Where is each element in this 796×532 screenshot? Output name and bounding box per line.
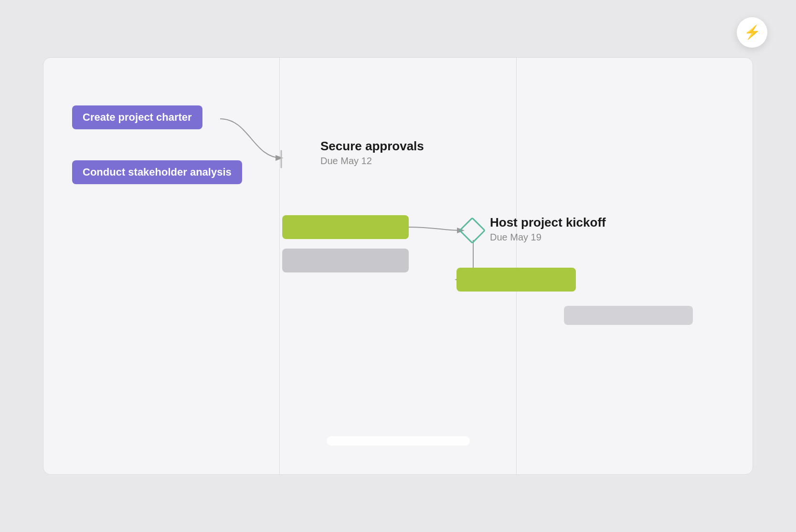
task-gray-bar-2[interactable] bbox=[564, 306, 693, 325]
task-create-charter[interactable]: Create project charter bbox=[72, 105, 202, 129]
connector-bar-to-milestone bbox=[409, 227, 463, 230]
task-green-bar-2[interactable] bbox=[456, 268, 576, 292]
lightning-button[interactable]: ⚡ bbox=[737, 17, 767, 48]
gantt-content: Create project charter Conduct stakehold… bbox=[43, 58, 753, 474]
host-kickoff-due: Due May 19 bbox=[490, 232, 606, 243]
task-gray-bar-1[interactable] bbox=[282, 249, 409, 272]
secure-approvals-title: Secure approvals bbox=[320, 139, 424, 154]
scroll-bar-indicator[interactable] bbox=[327, 436, 470, 446]
task-info-host-kickoff: Host project kickoff Due May 19 bbox=[490, 215, 606, 243]
lightning-icon: ⚡ bbox=[744, 26, 761, 39]
task-info-secure-approvals: Secure approvals Due May 12 bbox=[320, 139, 424, 167]
task-create-charter-label: Create project charter bbox=[83, 111, 192, 123]
host-kickoff-title: Host project kickoff bbox=[490, 215, 606, 230]
task-stakeholder-label: Conduct stakeholder analysis bbox=[83, 166, 232, 178]
task-stakeholder-analysis[interactable]: Conduct stakeholder analysis bbox=[72, 160, 242, 184]
task-milestone-kickoff[interactable] bbox=[459, 217, 486, 244]
task-green-bar-1[interactable] bbox=[282, 215, 409, 239]
connector-charter-to-approvals bbox=[220, 119, 281, 158]
gantt-chart-card: Create project charter Conduct stakehold… bbox=[43, 57, 753, 475]
secure-approvals-due: Due May 12 bbox=[320, 156, 424, 167]
